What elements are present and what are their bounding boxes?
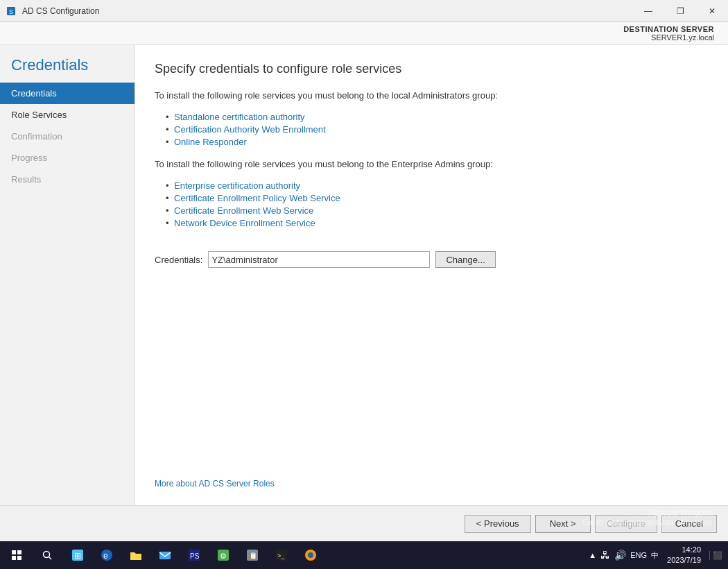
- credentials-input[interactable]: [208, 251, 430, 268]
- list-item: Standalone certification authority: [166, 112, 709, 122]
- tray-date-value: 2023/7/19: [667, 555, 701, 566]
- configure-button[interactable]: Configure: [595, 515, 657, 533]
- svg-text:⊞: ⊞: [74, 551, 81, 561]
- tray-volume[interactable]: 🔊: [614, 550, 626, 561]
- app-icon: S: [0, 0, 22, 22]
- change-button[interactable]: Change...: [435, 251, 495, 268]
- svg-text:⚙: ⚙: [220, 552, 227, 560]
- window-controls: — ❐ ✕: [632, 0, 728, 22]
- list-item: Network Device Enrollment Service: [166, 218, 709, 228]
- minimize-button[interactable]: —: [632, 0, 664, 22]
- cancel-button[interactable]: Cancel: [661, 515, 717, 533]
- tray-arrow[interactable]: ▲: [589, 551, 596, 559]
- main-window: S AD CS Configuration — ❐ ✕ DESTINATION …: [0, 0, 728, 541]
- local-admins-text: To install the following role services y…: [155, 90, 709, 101]
- tray-show-desktop[interactable]: ⬛: [709, 551, 722, 560]
- sidebar-item-confirmation: Confirmation: [0, 126, 135, 147]
- svg-text:S: S: [9, 8, 13, 15]
- tray-network[interactable]: 🖧: [600, 550, 610, 561]
- svg-rect-12: [159, 552, 171, 559]
- svg-rect-4: [12, 556, 16, 560]
- taskbar-firefox-icon[interactable]: [297, 541, 324, 569]
- svg-line-7: [49, 557, 52, 560]
- credentials-label: Credentials:: [155, 255, 202, 265]
- svg-rect-5: [17, 556, 21, 560]
- sidebar-item-credentials[interactable]: Credentials: [0, 83, 135, 104]
- sidebar-item-results: Results: [0, 169, 135, 190]
- bottom-bar: < Previous Next > Configure Cancel: [0, 505, 728, 541]
- window-title: AD CS Configuration: [22, 6, 632, 16]
- next-button[interactable]: Next >: [535, 515, 591, 533]
- enterprise-admins-list: Enterprise certification authority Certi…: [166, 180, 709, 230]
- taskbar-admin-icon[interactable]: 📋: [239, 541, 266, 569]
- previous-button[interactable]: < Previous: [465, 515, 531, 533]
- taskbar-ie-icon[interactable]: e: [93, 541, 121, 569]
- list-item: Certificate Enrollment Policy Web Servic…: [166, 193, 709, 203]
- search-button[interactable]: [33, 541, 61, 569]
- taskbar-icons: ⊞ e PS ⚙ 📋 >_: [64, 541, 324, 569]
- tray-ime1[interactable]: ENG: [630, 551, 647, 559]
- start-button[interactable]: [0, 541, 33, 569]
- sidebar-header: Credentials: [0, 45, 135, 83]
- svg-point-6: [44, 552, 50, 558]
- content-title: Specify credentials to configure role se…: [155, 62, 709, 76]
- taskbar-tray: ▲ 🖧 🔊 ENG 中 14:20 2023/7/19 ⬛: [589, 545, 728, 566]
- tray-ime2[interactable]: 中: [651, 550, 659, 561]
- taskbar-ps-icon[interactable]: PS: [180, 541, 208, 569]
- more-about-link[interactable]: More about AD CS Server Roles: [155, 479, 709, 489]
- taskbar: ⊞ e PS ⚙ 📋 >_ ▲ 🖧 🔊 ENG: [0, 541, 728, 569]
- sidebar-item-role-services[interactable]: Role Services: [0, 104, 135, 126]
- local-admins-list: Standalone certification authority Certi…: [166, 112, 709, 149]
- taskbar-term-icon[interactable]: >_: [268, 541, 295, 569]
- svg-text:>_: >_: [277, 552, 285, 559]
- content-panel: Specify credentials to configure role se…: [135, 45, 728, 505]
- list-item: Certification Authority Web Enrollment: [166, 124, 709, 135]
- dest-server-value: SERVER1.yz.local: [651, 33, 714, 42]
- svg-text:e: e: [103, 551, 108, 561]
- taskbar-mail-icon[interactable]: [151, 541, 179, 569]
- credentials-row: Credentials: Change...: [155, 251, 709, 268]
- list-item: Enterprise certification authority: [166, 180, 709, 191]
- tray-time-value: 14:20: [667, 545, 701, 555]
- taskbar-app-icon[interactable]: ⊞: [64, 541, 92, 569]
- destination-server-banner: DESTINATION SERVER SERVER1.yz.local: [0, 22, 728, 45]
- taskbar-folder-icon[interactable]: [122, 541, 150, 569]
- list-item: Online Responder: [166, 137, 709, 147]
- enterprise-admins-text: To install the following role services y…: [155, 159, 709, 169]
- svg-text:PS: PS: [190, 552, 200, 560]
- tray-icons: ▲ 🖧 🔊 ENG 中: [589, 550, 659, 561]
- svg-point-22: [308, 552, 313, 558]
- close-button[interactable]: ✕: [696, 0, 728, 22]
- main-content: Credentials Credentials Role Services Co…: [0, 45, 728, 505]
- titlebar: S AD CS Configuration — ❐ ✕: [0, 0, 728, 22]
- taskbar-tool-icon[interactable]: ⚙: [209, 541, 237, 569]
- svg-rect-2: [12, 550, 16, 554]
- tray-clock[interactable]: 14:20 2023/7/19: [661, 545, 707, 566]
- restore-button[interactable]: ❐: [664, 0, 696, 22]
- svg-rect-3: [17, 550, 21, 554]
- list-item: Certificate Enrollment Web Service: [166, 205, 709, 216]
- sidebar: Credentials Credentials Role Services Co…: [0, 45, 135, 505]
- sidebar-item-progress: Progress: [0, 147, 135, 169]
- dest-server-label: DESTINATION SERVER: [623, 25, 714, 33]
- svg-text:📋: 📋: [249, 551, 258, 560]
